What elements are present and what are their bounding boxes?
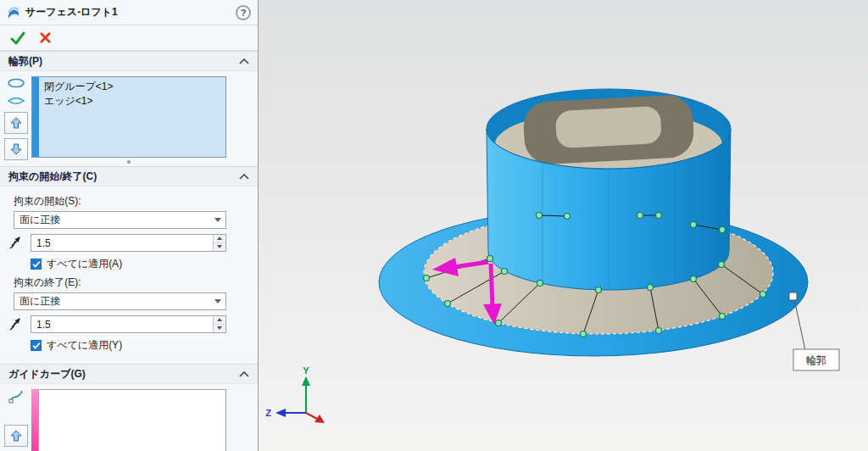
chevron-up-icon	[239, 174, 249, 180]
section-profiles-header[interactable]: 輪郭(P)	[0, 51, 258, 71]
selection-accent-bar	[32, 77, 39, 157]
spinner-down-icon[interactable]	[214, 242, 225, 251]
start-tangent-length-input[interactable]: 1.5	[31, 234, 226, 252]
axis-z-label: Z	[265, 408, 271, 418]
guides-tool-column	[0, 389, 31, 448]
chevron-up-icon	[239, 58, 249, 64]
guide-curve-icon	[8, 389, 25, 403]
loft-feature-icon	[7, 6, 20, 19]
profiles-list-wrap: 閉グループ<1> エッジ<1>	[31, 76, 226, 166]
profiles-listbox[interactable]: 閉グループ<1> エッジ<1>	[31, 76, 226, 158]
orientation-triad: Y Z	[265, 365, 325, 423]
arrow-up-icon	[10, 117, 22, 129]
apply-all-end-label: すべてに適用(Y)	[47, 338, 122, 353]
help-icon[interactable]: ?	[236, 5, 251, 20]
profiles-section-body: 閉グループ<1> エッジ<1>	[0, 71, 258, 166]
apply-all-end-checkbox[interactable]: すべてに適用(Y)	[31, 338, 226, 353]
apply-all-start-checkbox[interactable]: すべてに適用(A)	[31, 257, 226, 271]
arrow-down-icon	[10, 143, 22, 155]
profiles-list-items: 閉グループ<1> エッジ<1>	[39, 77, 225, 157]
callout-label: 輪郭	[806, 354, 826, 366]
y-axis-arrow-icon	[302, 376, 310, 386]
panel-actions	[0, 25, 258, 51]
profiles-tool-column	[0, 76, 31, 166]
ok-button[interactable]	[10, 31, 25, 45]
spinner-up-icon[interactable]	[214, 235, 225, 242]
graphics-area[interactable]: 輪郭 Y Z	[259, 0, 868, 451]
section-guide-curves-title: ガイドカーブ(G)	[8, 367, 239, 381]
section-guide-curves-header[interactable]: ガイドカーブ(G)	[0, 364, 258, 384]
cancel-button[interactable]	[39, 31, 52, 44]
guide-curves-section-body	[0, 384, 258, 451]
start-spinner	[213, 235, 225, 251]
panel-title: サーフェス-ロフト1	[25, 5, 231, 19]
grip-dot-icon	[127, 160, 131, 164]
end-tangent-length-value: 1.5	[31, 316, 213, 332]
end-spinner	[213, 316, 225, 332]
end-tangent-length-input[interactable]: 1.5	[31, 315, 226, 333]
start-constraint-label: 拘束の開始(S):	[14, 194, 226, 209]
end-condition-select[interactable]: 面に正接	[14, 292, 226, 310]
end-tangent-row: 1.5	[5, 315, 226, 333]
tangent-length-icon	[5, 315, 25, 333]
guide-curves-listbox[interactable]	[38, 389, 226, 451]
list-resize-grip[interactable]	[31, 158, 226, 166]
section-constraints-title: 拘束の開始/終了(C)	[8, 170, 239, 184]
axis-y-label: Y	[303, 365, 309, 376]
arrow-up-icon	[10, 430, 22, 442]
start-condition-value: 面に正接	[19, 213, 214, 227]
z-axis-arrow-icon	[275, 409, 286, 417]
move-profile-up-button[interactable]	[4, 112, 28, 134]
panel-header: サーフェス-ロフト1 ?	[0, 0, 258, 25]
property-manager-panel: サーフェス-ロフト1 ? 輪郭(P)	[0, 0, 259, 451]
chevron-up-icon	[239, 371, 249, 377]
profile-sketch-icon	[6, 76, 26, 90]
callout-anchor-handle[interactable]	[789, 292, 797, 300]
chevron-down-icon	[214, 218, 221, 222]
end-constraint-label: 拘束の終了(E):	[14, 276, 226, 290]
list-item-closed-group[interactable]: 閉グループ<1>	[44, 80, 220, 94]
start-tangent-row: 1.5	[5, 233, 226, 252]
apply-all-start-label: すべてに適用(A)	[47, 257, 122, 271]
guide-selection-accent-bar	[31, 389, 38, 451]
spinner-down-icon[interactable]	[214, 324, 225, 332]
checkbox-checked-icon[interactable]	[31, 340, 42, 351]
viewport-canvas[interactable]: 輪郭 Y Z	[259, 0, 868, 451]
solidworks-window: サーフェス-ロフト1 ? 輪郭(P)	[0, 0, 868, 451]
section-constraints-header[interactable]: 拘束の開始/終了(C)	[0, 166, 258, 187]
start-tangent-length-value: 1.5	[31, 235, 213, 251]
start-condition-select[interactable]: 面に正接	[14, 211, 226, 229]
profile-edge-icon	[6, 94, 26, 108]
list-item-edge[interactable]: エッジ<1>	[44, 94, 220, 109]
move-profile-down-button[interactable]	[4, 138, 28, 160]
move-guide-up-button[interactable]	[4, 425, 28, 447]
spinner-up-icon[interactable]	[214, 316, 225, 324]
section-profiles-title: 輪郭(P)	[8, 54, 239, 69]
chevron-down-icon	[214, 299, 221, 303]
tangent-length-icon	[5, 233, 25, 252]
end-condition-value: 面に正接	[19, 294, 214, 309]
checkbox-checked-icon[interactable]	[31, 259, 42, 270]
constraints-section-body: 拘束の開始(S): 面に正接 1.5	[0, 187, 258, 364]
